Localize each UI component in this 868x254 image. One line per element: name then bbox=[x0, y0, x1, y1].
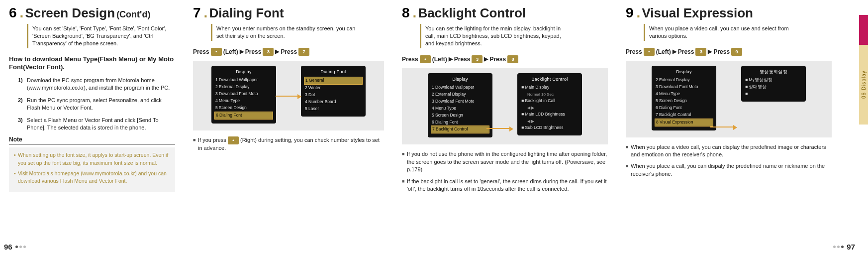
nav-key-icon: • bbox=[644, 48, 655, 56]
section-6-subhead: How to download Menu Type(Flash Menu) or… bbox=[9, 55, 175, 72]
section-title-suffix: (Cont'd) bbox=[116, 9, 150, 19]
phone-left: Display 1 Download Wallpaper 2 External … bbox=[211, 66, 276, 124]
progress-dots-icon bbox=[833, 246, 844, 248]
highlighted-row: 7 Backlight Control bbox=[431, 126, 489, 133]
section-number: 8 bbox=[402, 5, 410, 21]
tab-accent bbox=[859, 15, 868, 45]
section-6-lead: You can set 'Style', 'Font Type', 'Font … bbox=[27, 24, 175, 48]
dot-icon: . bbox=[204, 5, 208, 20]
section-7-title: 7. Dialing Font bbox=[193, 5, 384, 21]
press-sequence-8: Press • (Left) ▶ Press 3 ▶ Press 8 bbox=[402, 55, 608, 63]
dot-icon: . bbox=[637, 5, 641, 20]
chevron-right-icon: ▶ bbox=[673, 48, 676, 55]
screenshot-panel-9: Display 2 External Display 3 Download Fo… bbox=[626, 61, 832, 137]
square-bullet-icon: ■ bbox=[626, 162, 631, 178]
phone-right: Backlight Control ■ Main Display Normal … bbox=[517, 73, 582, 136]
progress-dots-icon bbox=[15, 246, 26, 248]
key-8-icon: 8 bbox=[507, 55, 518, 63]
page-number-right: 97 bbox=[833, 243, 855, 251]
phone-left: Display 1 Download Wallpaper 2 External … bbox=[428, 73, 492, 138]
section-6-title: 6. Screen Design (Cont'd) bbox=[9, 5, 175, 21]
bullet: ■When you place a video call, you can di… bbox=[626, 143, 832, 159]
section-title-text: Backlight Control bbox=[418, 5, 526, 20]
chevron-right-icon: ▶ bbox=[708, 48, 712, 55]
key-3-icon: 3 bbox=[263, 48, 274, 56]
section-number: 7 bbox=[193, 5, 201, 21]
nav-key-icon: • bbox=[420, 55, 431, 63]
dot-icon: . bbox=[413, 5, 417, 20]
section-number: 6 bbox=[9, 5, 17, 21]
section-9-lead: When you place a video call, you can use… bbox=[644, 24, 793, 41]
bullet: ■When you place a call, you can dispaly … bbox=[626, 162, 832, 178]
press-sequence-9: Press • (Left) ▶ Press 3 ▶ Press 9 bbox=[626, 48, 832, 56]
chevron-right-icon: ▶ bbox=[240, 48, 244, 55]
section-title-text: Screen Design bbox=[25, 5, 115, 20]
notes-9: ■When you place a video call, you can di… bbox=[626, 143, 832, 178]
bullet: ■If you do not use the phone with in the… bbox=[402, 150, 608, 173]
page-number-left: 96 bbox=[4, 243, 26, 251]
chapter-tab: 06 Display bbox=[859, 15, 868, 125]
section-8: 8. Backlight Control You can set the lig… bbox=[393, 0, 617, 254]
phone-right: Dialing Font 1 General 2 Winter 3 Dot 4 … bbox=[301, 66, 366, 117]
notes-8: ■If you do not use the phone with in the… bbox=[402, 150, 608, 193]
key-3-icon: 3 bbox=[472, 55, 482, 63]
key-9-icon: 9 bbox=[731, 48, 742, 56]
highlighted-row: 6 Dialing Font bbox=[214, 112, 273, 120]
section-number: 9 bbox=[626, 5, 634, 21]
section-7: 7. Dialing Font When you enter numbers o… bbox=[184, 0, 393, 254]
notes-7: ■ If you press • (Right) during setting,… bbox=[193, 136, 384, 152]
key-7-icon: 7 bbox=[298, 48, 309, 56]
screenshot-panel-8: Display 1 Download Wallpaper 2 External … bbox=[402, 68, 608, 145]
arrow-icon bbox=[710, 127, 736, 127]
highlighted-row: 8 Visual Expression bbox=[655, 119, 713, 127]
section-9-title: 9. Visual Expression bbox=[626, 5, 832, 21]
download-steps: 1)Download the PC sync program from Moto… bbox=[18, 77, 175, 131]
section-8-lead: You can set the lighting for the main di… bbox=[420, 24, 569, 48]
highlighted-row: 1 General bbox=[304, 77, 363, 85]
note-1: When setting up the font size, it applys… bbox=[14, 151, 170, 166]
arrow-icon bbox=[276, 96, 300, 97]
section-7-lead: When you enter numbers on the standby sc… bbox=[211, 24, 360, 41]
arrow-icon bbox=[486, 128, 512, 129]
page-spread: 6. Screen Design (Cont'd) You can set 'S… bbox=[0, 0, 868, 254]
step-3: 3)Select a Flash Menu or Vector Font and… bbox=[18, 117, 175, 131]
bullet: ■If the backlight in call is set to 'gen… bbox=[402, 178, 608, 193]
phone-right: 영상통화설정 ■ My영상설정 ■ 상대영상 ■ bbox=[741, 66, 806, 102]
press-sequence-7: Press • (Left) ▶ Press 3 ▶ Press 7 bbox=[193, 48, 384, 56]
chevron-right-icon: ▶ bbox=[484, 56, 488, 62]
chevron-right-icon: ▶ bbox=[449, 56, 453, 62]
step-1: 1)Download the PC sync program from Moto… bbox=[18, 77, 175, 92]
nav-key-icon: • bbox=[228, 136, 239, 144]
screenshot-panel-7: Display 1 Download Wallpaper 2 External … bbox=[193, 61, 384, 130]
dot-icon: . bbox=[20, 5, 24, 20]
square-bullet-icon: ■ bbox=[626, 143, 631, 159]
note-box: When setting up the font size, it applys… bbox=[9, 147, 175, 192]
chevron-right-icon: ▶ bbox=[275, 48, 279, 55]
section-6: 6. Screen Design (Cont'd) You can set 'S… bbox=[0, 0, 184, 254]
step-2: 2)Run the PC sync program, select Person… bbox=[18, 97, 175, 112]
key-3-icon: 3 bbox=[695, 48, 706, 56]
tab-label: 06 Display bbox=[859, 45, 868, 125]
phone-left: Display 2 External Display 3 Download Fo… bbox=[652, 66, 716, 130]
section-title-text: Visual Expression bbox=[642, 5, 753, 20]
note-2: Visit Motorola's homepage (www.mymotorol… bbox=[14, 170, 170, 185]
note-label: Note bbox=[9, 136, 175, 144]
nav-key-icon: • bbox=[211, 48, 222, 56]
section-title-text: Dialing Font bbox=[209, 5, 284, 20]
square-bullet-icon: ■ bbox=[193, 136, 198, 152]
square-bullet-icon: ■ bbox=[402, 150, 407, 173]
section-9: 9. Visual Expression When you place a vi… bbox=[617, 0, 841, 254]
square-bullet-icon: ■ bbox=[402, 178, 407, 193]
section-8-title: 8. Backlight Control bbox=[402, 5, 608, 21]
bullet: ■ If you press • (Right) during setting,… bbox=[193, 136, 384, 152]
